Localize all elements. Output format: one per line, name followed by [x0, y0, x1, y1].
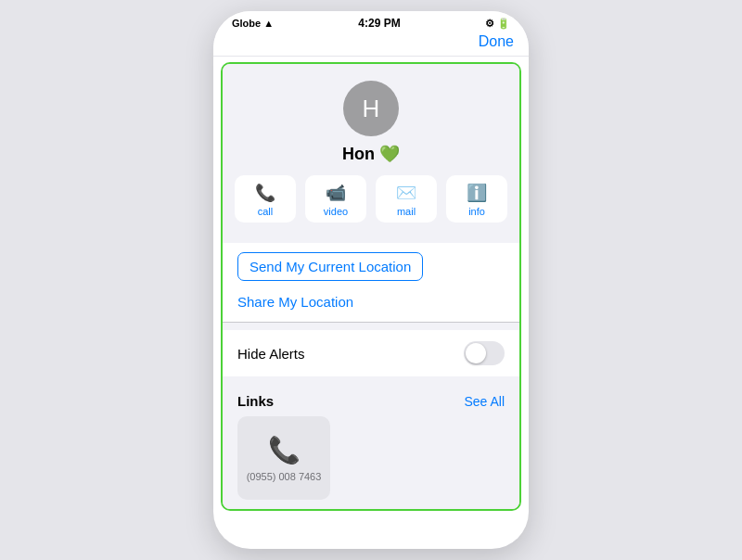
share-location-row: Share My Location [223, 290, 519, 322]
location-section: Send My Current Location Share My Locati… [223, 243, 519, 322]
action-row: 📞 call 📹 video ✉️ mail ℹ️ info [221, 175, 521, 234]
video-button[interactable]: 📹 video [305, 175, 366, 223]
mail-label: mail [397, 206, 416, 217]
battery-icon: ⚙ 🔋 [485, 18, 510, 30]
status-left: Globe ▲ [232, 18, 274, 29]
video-label: video [324, 206, 348, 217]
call-button[interactable]: 📞 call [235, 175, 296, 223]
links-header: Links See All [237, 393, 505, 409]
links-title: Links [237, 393, 274, 409]
link-card: 📞 (0955) 008 7463 [237, 416, 330, 500]
send-location-row: Send My Current Location [223, 243, 519, 290]
video-icon: 📹 [326, 183, 346, 203]
info-icon: ℹ️ [467, 183, 487, 203]
hide-alerts-section: Hide Alerts [223, 330, 519, 376]
profile-section: H Hon 💚 📞 call 📹 video ✉️ mail [223, 64, 519, 243]
hide-alerts-toggle[interactable] [464, 341, 505, 365]
status-time: 4:29 PM [358, 17, 400, 30]
content-border: H Hon 💚 📞 call 📹 video ✉️ mail [221, 62, 521, 511]
call-label: call [258, 206, 274, 217]
status-right: ⚙ 🔋 [485, 18, 510, 30]
red-arrow-icon [519, 256, 521, 278]
wifi-icon: ▲ [263, 18, 274, 29]
share-location-button[interactable]: Share My Location [237, 294, 353, 310]
carrier-text: Globe [232, 18, 261, 29]
mail-icon: ✉️ [396, 183, 416, 203]
contact-name: Hon 💚 [342, 144, 400, 164]
info-button[interactable]: ℹ️ info [446, 175, 507, 223]
toggle-knob [466, 343, 486, 363]
avatar: H [343, 81, 399, 136]
info-label: info [468, 206, 485, 217]
link-phone-number: (0955) 008 7463 [247, 471, 322, 482]
phone-frame: Globe ▲ 4:29 PM ⚙ 🔋 Done H Hon 💚 📞 call [213, 11, 529, 549]
top-bar: Done [213, 32, 529, 57]
links-section: Links See All 📞 (0955) 008 7463 [223, 384, 519, 509]
see-all-button[interactable]: See All [464, 394, 505, 409]
send-current-location-button[interactable]: Send My Current Location [237, 252, 423, 281]
status-bar: Globe ▲ 4:29 PM ⚙ 🔋 [213, 11, 529, 32]
call-icon: 📞 [255, 183, 275, 203]
hide-alerts-label: Hide Alerts [237, 346, 305, 362]
link-phone-icon: 📞 [268, 435, 301, 465]
done-button[interactable]: Done [479, 33, 514, 50]
divider-1 [223, 322, 519, 323]
mail-button[interactable]: ✉️ mail [376, 175, 437, 223]
